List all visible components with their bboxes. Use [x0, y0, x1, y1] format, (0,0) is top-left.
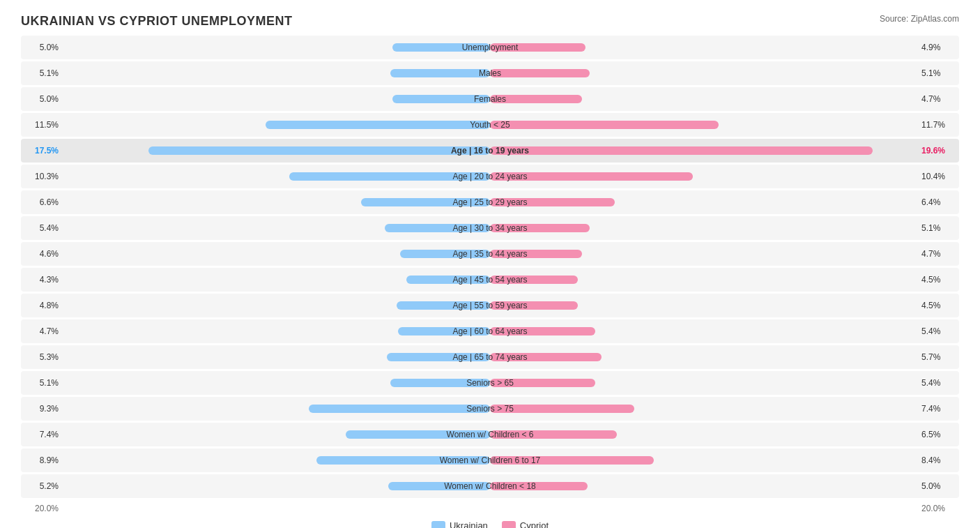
right-value-age-65-74: 5.7%: [917, 352, 959, 362]
bar-row-unemployment: 5.0%Unemployment4.9%: [21, 36, 959, 59]
right-value-age-35-44: 4.7%: [917, 249, 959, 259]
left-value-women-children-6: 7.4%: [21, 430, 63, 439]
bar-pair-age-60-64: Age | 60 to 64 years: [63, 319, 917, 343]
bar-pair-age-25-29: Age | 25 to 29 years: [63, 190, 917, 214]
bar-row-females: 5.0%Females4.7%: [21, 87, 959, 111]
bar-pair-males: Males: [63, 61, 917, 85]
right-value-seniors-75: 7.4%: [917, 404, 959, 414]
left-value-males: 5.1%: [21, 68, 63, 78]
left-value-age-45-54: 4.3%: [21, 275, 63, 285]
bar-row-males: 5.1%Males5.1%: [21, 61, 959, 85]
right-value-age-20-24: 10.4%: [917, 172, 959, 181]
legend: Ukrainian Cypriot: [21, 520, 959, 528]
bar-blue-seniors-75: [309, 405, 490, 413]
bar-blue-youth: [266, 121, 490, 129]
bar-pink-males: [490, 69, 590, 77]
legend-box-ukrainian: [431, 521, 445, 529]
chart-area: 5.0%Unemployment4.9%5.1%Males5.1%5.0%Fem…: [21, 36, 959, 498]
left-value-unemployment: 5.0%: [21, 43, 63, 52]
bar-row-age-20-24: 10.3%Age | 20 to 24 years10.4%: [21, 165, 959, 188]
bar-blue-age-55-59: [397, 301, 490, 310]
bar-row-age-55-59: 4.8%Age | 55 to 59 years4.5%: [21, 294, 959, 317]
bar-pair-women-children-18: Women w/ Children < 18: [63, 474, 917, 498]
axis-row: 20.0% 20.0%: [21, 504, 959, 513]
right-value-males: 5.1%: [917, 68, 959, 78]
bar-row-age-35-44: 4.6%Age | 35 to 44 years4.7%: [21, 242, 959, 266]
bar-blue-unemployment: [392, 43, 490, 52]
legend-label-cypriot: Cypriot: [520, 520, 549, 528]
chart-container: UKRAINIAN VS CYPRIOT UNEMPLOYMENT Source…: [0, 0, 980, 528]
bar-pair-seniors-65: Seniors > 65: [63, 371, 917, 395]
left-value-age-65-74: 5.3%: [21, 352, 63, 362]
axis-right: 20.0%: [917, 504, 959, 513]
bar-pair-women-children-6-17: Women w/ Children 6 to 17: [63, 448, 917, 472]
bar-pair-age-16-19: Age | 16 to 19 years: [63, 139, 917, 163]
right-value-females: 4.7%: [917, 94, 959, 104]
bar-blue-age-16-19: [148, 146, 490, 155]
bar-pair-age-55-59: Age | 55 to 59 years: [63, 294, 917, 317]
bar-pink-youth: [490, 121, 719, 129]
bar-pink-age-35-44: [490, 250, 582, 258]
bar-pair-age-45-54: Age | 45 to 54 years: [63, 268, 917, 292]
bar-row-age-30-34: 5.4%Age | 30 to 34 years5.1%: [21, 216, 959, 240]
bar-blue-males: [390, 69, 490, 77]
bar-pair-youth: Youth < 25: [63, 113, 917, 137]
bar-row-women-children-6: 7.4%Women w/ Children < 66.5%: [21, 423, 959, 446]
bar-pink-age-20-24: [490, 172, 693, 181]
bar-pink-age-16-19: [490, 146, 873, 155]
legend-box-cypriot: [502, 521, 516, 529]
bar-pink-age-65-74: [490, 353, 602, 361]
bar-blue-age-45-54: [406, 276, 490, 284]
left-value-women-children-6-17: 8.9%: [21, 455, 63, 465]
bar-pink-females: [490, 95, 582, 103]
legend-label-ukrainian: Ukrainian: [450, 520, 488, 528]
right-value-age-60-64: 5.4%: [917, 326, 959, 336]
bar-pink-age-45-54: [490, 276, 578, 284]
bar-pink-seniors-75: [490, 405, 634, 413]
right-value-age-55-59: 4.5%: [917, 301, 959, 310]
chart-title: UKRAINIAN VS CYPRIOT UNEMPLOYMENT: [21, 14, 959, 29]
left-value-age-30-34: 5.4%: [21, 223, 63, 233]
bar-pair-unemployment: Unemployment: [63, 36, 917, 59]
bar-row-youth: 11.5%Youth < 2511.7%: [21, 113, 959, 137]
bar-pair-females: Females: [63, 87, 917, 111]
bar-pink-unemployment: [490, 43, 585, 52]
bar-blue-women-children-6-17: [316, 456, 490, 465]
right-value-age-16-19: 19.6%: [917, 146, 959, 156]
bar-pair-age-30-34: Age | 30 to 34 years: [63, 216, 917, 240]
axis-left: 20.0%: [21, 504, 63, 513]
bar-pair-seniors-75: Seniors > 75: [63, 397, 917, 421]
right-value-age-30-34: 5.1%: [917, 223, 959, 233]
bar-row-seniors-65: 5.1%Seniors > 655.4%: [21, 371, 959, 395]
bar-blue-age-25-29: [361, 198, 490, 206]
bar-blue-females: [392, 95, 490, 103]
legend-item-cypriot: Cypriot: [502, 520, 549, 528]
left-value-youth: 11.5%: [21, 120, 63, 130]
bar-row-women-children-18: 5.2%Women w/ Children < 185.0%: [21, 474, 959, 498]
bar-pink-age-60-64: [490, 327, 595, 335]
left-value-age-35-44: 4.6%: [21, 249, 63, 259]
bar-blue-age-65-74: [387, 353, 490, 361]
bar-pair-women-children-6: Women w/ Children < 6: [63, 423, 917, 446]
left-value-women-children-18: 5.2%: [21, 481, 63, 491]
bar-pair-age-20-24: Age | 20 to 24 years: [63, 165, 917, 188]
bar-blue-age-20-24: [289, 172, 490, 181]
bar-pink-seniors-65: [490, 379, 595, 387]
right-value-women-children-6-17: 8.4%: [917, 455, 959, 465]
bar-pink-women-children-6: [490, 430, 617, 439]
right-value-age-45-54: 4.5%: [917, 275, 959, 285]
bar-pair-age-35-44: Age | 35 to 44 years: [63, 242, 917, 266]
left-value-seniors-75: 9.3%: [21, 404, 63, 414]
bar-blue-age-60-64: [398, 327, 490, 335]
right-value-age-25-29: 6.4%: [917, 197, 959, 207]
left-value-age-20-24: 10.3%: [21, 172, 63, 181]
bar-pink-women-children-18: [490, 482, 588, 490]
bar-blue-age-30-34: [385, 224, 490, 232]
bar-row-age-45-54: 4.3%Age | 45 to 54 years4.5%: [21, 268, 959, 292]
bar-pink-age-25-29: [490, 198, 615, 206]
right-value-youth: 11.7%: [917, 120, 959, 130]
bar-row-women-children-6-17: 8.9%Women w/ Children 6 to 178.4%: [21, 448, 959, 472]
left-value-seniors-65: 5.1%: [21, 378, 63, 388]
bar-row-seniors-75: 9.3%Seniors > 757.4%: [21, 397, 959, 421]
left-value-age-55-59: 4.8%: [21, 301, 63, 310]
